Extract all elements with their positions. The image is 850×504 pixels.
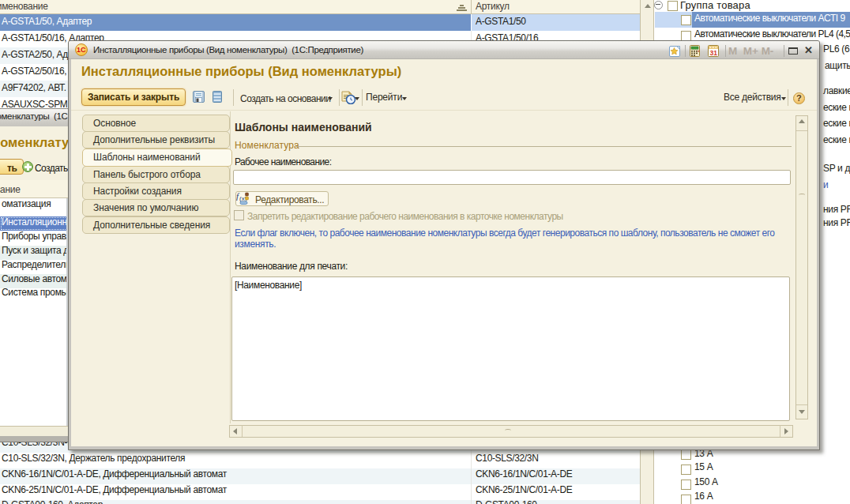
- svg-text:31: 31: [710, 49, 718, 57]
